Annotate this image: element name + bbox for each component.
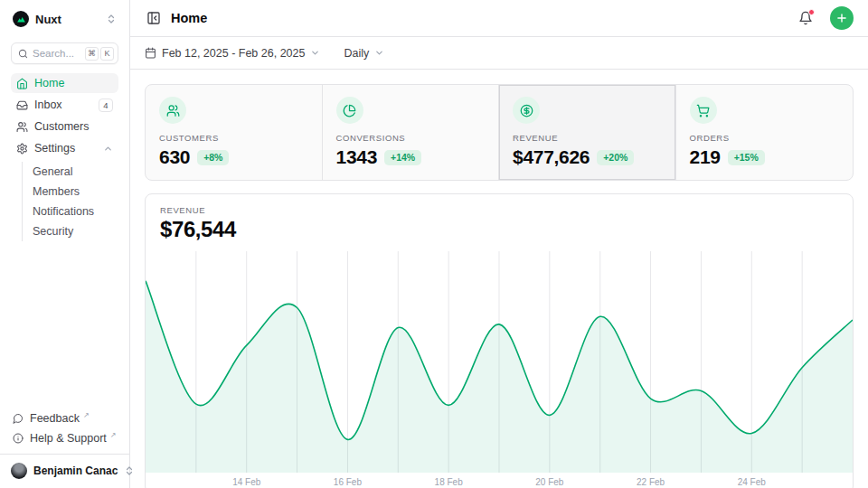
stat-value: 630 bbox=[159, 146, 190, 168]
stat-card-revenue[interactable]: REVENUE $477,626 +20% bbox=[499, 85, 676, 180]
sidebar-item-home[interactable]: Home bbox=[11, 73, 118, 93]
chart-label: REVENUE bbox=[160, 205, 838, 215]
settings-subnav: General Members Notifications Security bbox=[22, 162, 118, 241]
kbd-cmd: ⌘ bbox=[85, 47, 99, 61]
filter-toolbar: Feb 12, 2025 - Feb 26, 2025 Daily bbox=[130, 37, 868, 70]
x-axis-tick-label: 14 Feb bbox=[232, 477, 260, 487]
sidebar-item-members[interactable]: Members bbox=[23, 182, 118, 202]
calendar-icon bbox=[145, 47, 156, 59]
external-link-icon: ↗ bbox=[83, 411, 90, 419]
stats-row: CUSTOMERS 630 +8% CONVERSIONS 1343 +14% bbox=[145, 84, 854, 181]
user-menu[interactable]: Benjamin Canac bbox=[0, 454, 129, 481]
users-icon bbox=[159, 97, 186, 124]
help-support-link[interactable]: Help & Support ↗ bbox=[11, 428, 118, 448]
search-input[interactable] bbox=[33, 48, 80, 59]
stat-value: 1343 bbox=[336, 146, 378, 168]
speech-bubble-icon bbox=[13, 413, 24, 424]
stat-label: ORDERS bbox=[690, 133, 840, 143]
user-name: Benjamin Canac bbox=[33, 465, 118, 477]
main-area: Home Feb 12, 2025 - Feb 26, 2025 Daily bbox=[130, 0, 868, 488]
x-axis-tick-label: 16 Feb bbox=[334, 477, 362, 487]
chevrons-up-down-icon bbox=[106, 14, 117, 24]
avatar bbox=[11, 463, 27, 479]
workspace-switcher[interactable]: Nuxt bbox=[11, 9, 118, 29]
revenue-chart-card: REVENUE $76,544 14 Feb16 Feb18 Feb20 Feb… bbox=[145, 193, 854, 488]
sidebar-nav: Home Inbox 4 Customers Settings General … bbox=[11, 73, 118, 243]
feedback-label: Feedback bbox=[30, 412, 80, 425]
page-title: Home bbox=[171, 11, 788, 25]
page-content: CUSTOMERS 630 +8% CONVERSIONS 1343 +14% bbox=[130, 70, 868, 488]
revenue-area-chart[interactable] bbox=[146, 251, 853, 473]
stat-delta-badge: +14% bbox=[384, 150, 421, 165]
sidebar-item-label: Customers bbox=[34, 120, 113, 133]
info-icon bbox=[13, 433, 24, 444]
users-icon bbox=[16, 121, 28, 133]
sidebar-item-general[interactable]: General bbox=[23, 162, 118, 182]
inbox-icon bbox=[16, 99, 28, 111]
workspace-name: Nuxt bbox=[35, 13, 99, 26]
chart-value: $76,544 bbox=[160, 217, 838, 242]
chart-x-axis: 14 Feb16 Feb18 Feb20 Feb22 Feb24 Feb bbox=[146, 473, 853, 488]
x-axis-tick-label: 22 Feb bbox=[637, 477, 665, 487]
sidebar: Nuxt ⌘ K Home Inbox 4 bbox=[0, 0, 130, 488]
chevron-down-icon bbox=[310, 48, 320, 58]
sidebar-item-label: Home bbox=[34, 77, 113, 89]
sidebar-item-customers[interactable]: Customers bbox=[11, 117, 118, 136]
external-link-icon: ↗ bbox=[110, 431, 117, 439]
stat-card-customers[interactable]: CUSTOMERS 630 +8% bbox=[146, 85, 323, 180]
help-support-label: Help & Support bbox=[30, 432, 107, 445]
stat-label: CUSTOMERS bbox=[159, 133, 308, 143]
sidebar-footer-links: Feedback ↗ Help & Support ↗ bbox=[11, 408, 118, 448]
top-bar: Home bbox=[130, 0, 868, 37]
stat-card-orders[interactable]: ORDERS 219 +15% bbox=[676, 85, 854, 180]
chart-header: REVENUE $76,544 bbox=[146, 194, 853, 251]
cart-icon bbox=[690, 97, 717, 124]
sidebar-item-label: Inbox bbox=[34, 99, 92, 111]
chevron-down-icon bbox=[374, 48, 384, 58]
kbd-k: K bbox=[100, 47, 114, 61]
chevron-up-icon bbox=[103, 144, 113, 154]
dollar-circle-icon bbox=[513, 97, 540, 124]
collapse-sidebar-button[interactable] bbox=[145, 9, 163, 27]
search-box[interactable]: ⌘ K bbox=[11, 42, 118, 64]
chart-svg bbox=[146, 251, 853, 473]
sidebar-spacer bbox=[11, 243, 118, 408]
gear-icon bbox=[16, 143, 28, 155]
date-range-label: Feb 12, 2025 - Feb 26, 2025 bbox=[162, 47, 305, 60]
x-axis-tick-label: 20 Feb bbox=[535, 477, 563, 487]
pie-chart-icon bbox=[336, 97, 363, 124]
period-label: Daily bbox=[344, 47, 369, 60]
x-axis-tick-label: 24 Feb bbox=[738, 477, 766, 487]
plus-icon bbox=[835, 12, 848, 24]
stat-label: REVENUE bbox=[513, 133, 662, 143]
sidebar-item-notifications[interactable]: Notifications bbox=[23, 202, 118, 221]
x-axis-tick-label: 18 Feb bbox=[435, 477, 463, 487]
date-range-picker[interactable]: Feb 12, 2025 - Feb 26, 2025 bbox=[145, 47, 320, 60]
sidebar-item-security[interactable]: Security bbox=[23, 221, 118, 241]
inbox-count-badge: 4 bbox=[99, 99, 113, 112]
stat-delta-badge: +8% bbox=[197, 150, 229, 165]
search-shortcut: ⌘ K bbox=[85, 47, 114, 61]
panel-left-close-icon bbox=[146, 11, 161, 25]
sidebar-item-label: Settings bbox=[34, 142, 97, 155]
notification-dot bbox=[808, 9, 815, 15]
sidebar-item-settings[interactable]: Settings bbox=[11, 138, 118, 158]
app-window: Nuxt ⌘ K Home Inbox 4 bbox=[0, 0, 868, 488]
stat-delta-badge: +20% bbox=[597, 150, 634, 165]
stat-label: CONVERSIONS bbox=[336, 133, 486, 143]
nuxt-logo-icon bbox=[13, 11, 29, 27]
period-select[interactable]: Daily bbox=[344, 47, 384, 60]
feedback-link[interactable]: Feedback ↗ bbox=[11, 408, 118, 428]
home-icon bbox=[16, 78, 28, 89]
stat-card-conversions[interactable]: CONVERSIONS 1343 +14% bbox=[323, 85, 500, 180]
sidebar-item-inbox[interactable]: Inbox 4 bbox=[11, 95, 118, 115]
stat-delta-badge: +15% bbox=[728, 150, 765, 165]
add-button[interactable] bbox=[830, 6, 854, 30]
stat-value: 219 bbox=[690, 146, 721, 168]
stat-value: $477,626 bbox=[513, 146, 590, 168]
search-icon bbox=[18, 49, 28, 59]
